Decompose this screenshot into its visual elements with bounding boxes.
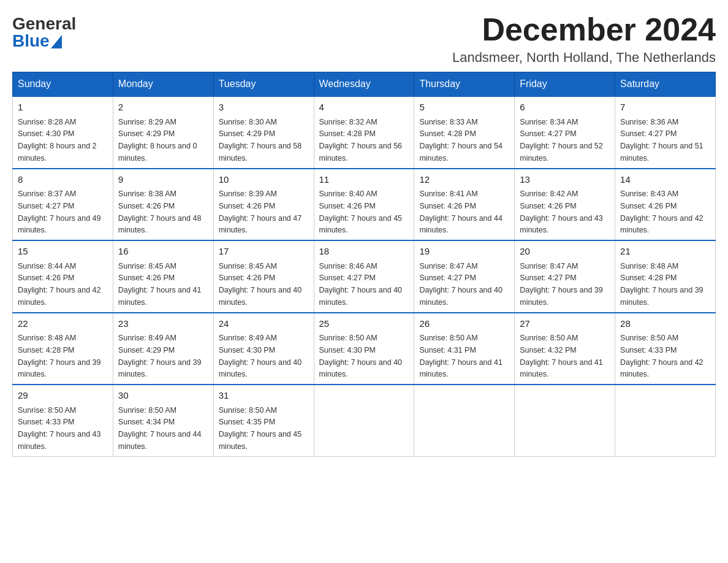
week-row-1: 1 Sunrise: 8:28 AMSunset: 4:30 PMDayligh… bbox=[13, 96, 716, 169]
day-number: 8 bbox=[18, 173, 108, 187]
header-thursday: Thursday bbox=[414, 72, 515, 97]
day-info: Sunrise: 8:45 AMSunset: 4:26 PMDaylight:… bbox=[118, 262, 202, 307]
day-number: 2 bbox=[118, 101, 208, 115]
day-number: 10 bbox=[219, 173, 309, 187]
day-info: Sunrise: 8:29 AMSunset: 4:29 PMDaylight:… bbox=[118, 118, 197, 163]
table-row: 5 Sunrise: 8:33 AMSunset: 4:28 PMDayligh… bbox=[414, 96, 515, 169]
day-info: Sunrise: 8:45 AMSunset: 4:26 PMDaylight:… bbox=[219, 262, 302, 307]
day-info: Sunrise: 8:40 AMSunset: 4:26 PMDaylight:… bbox=[319, 190, 403, 234]
day-number: 29 bbox=[18, 389, 108, 403]
table-row: 13 Sunrise: 8:42 AMSunset: 4:26 PMDaylig… bbox=[515, 169, 615, 241]
day-number: 12 bbox=[419, 173, 509, 187]
table-row bbox=[414, 385, 515, 456]
table-row: 19 Sunrise: 8:47 AMSunset: 4:27 PMDaylig… bbox=[414, 240, 515, 313]
page-header: General Blue December 2024 Landsmeer, No… bbox=[12, 12, 716, 66]
title-area: December 2024 Landsmeer, North Holland, … bbox=[452, 12, 716, 66]
day-number: 28 bbox=[620, 317, 710, 331]
day-info: Sunrise: 8:49 AMSunset: 4:30 PMDaylight:… bbox=[219, 334, 302, 378]
day-info: Sunrise: 8:28 AMSunset: 4:30 PMDaylight:… bbox=[18, 118, 97, 163]
day-number: 5 bbox=[419, 101, 509, 115]
day-number: 7 bbox=[620, 101, 710, 115]
table-row: 9 Sunrise: 8:38 AMSunset: 4:26 PMDayligh… bbox=[113, 169, 213, 241]
day-info: Sunrise: 8:48 AMSunset: 4:28 PMDaylight:… bbox=[18, 334, 101, 378]
day-number: 18 bbox=[319, 245, 409, 259]
table-row bbox=[615, 385, 716, 456]
table-row bbox=[314, 385, 414, 456]
month-title: December 2024 bbox=[452, 12, 716, 47]
day-number: 31 bbox=[219, 389, 309, 403]
table-row: 8 Sunrise: 8:37 AMSunset: 4:27 PMDayligh… bbox=[13, 169, 113, 241]
day-number: 3 bbox=[219, 101, 309, 115]
header-tuesday: Tuesday bbox=[213, 72, 314, 97]
header-friday: Friday bbox=[515, 72, 615, 97]
day-info: Sunrise: 8:34 AMSunset: 4:27 PMDaylight:… bbox=[520, 118, 603, 163]
day-number: 4 bbox=[319, 101, 409, 115]
table-row: 26 Sunrise: 8:50 AMSunset: 4:31 PMDaylig… bbox=[414, 313, 515, 385]
day-number: 23 bbox=[118, 317, 208, 331]
day-info: Sunrise: 8:47 AMSunset: 4:27 PMDaylight:… bbox=[520, 262, 603, 307]
table-row: 14 Sunrise: 8:43 AMSunset: 4:26 PMDaylig… bbox=[615, 169, 716, 241]
logo: General Blue bbox=[12, 12, 76, 50]
table-row: 16 Sunrise: 8:45 AMSunset: 4:26 PMDaylig… bbox=[113, 240, 213, 313]
table-row: 2 Sunrise: 8:29 AMSunset: 4:29 PMDayligh… bbox=[113, 96, 213, 169]
day-info: Sunrise: 8:50 AMSunset: 4:31 PMDaylight:… bbox=[419, 334, 502, 378]
day-info: Sunrise: 8:50 AMSunset: 4:33 PMDaylight:… bbox=[18, 406, 101, 451]
week-row-3: 15 Sunrise: 8:44 AMSunset: 4:26 PMDaylig… bbox=[13, 240, 716, 313]
day-number: 6 bbox=[520, 101, 610, 115]
weekday-header-row: Sunday Monday Tuesday Wednesday Thursday… bbox=[13, 72, 716, 97]
day-number: 1 bbox=[18, 101, 108, 115]
logo-blue-text: Blue bbox=[12, 33, 76, 50]
table-row bbox=[515, 385, 615, 456]
table-row: 4 Sunrise: 8:32 AMSunset: 4:28 PMDayligh… bbox=[314, 96, 414, 169]
day-number: 22 bbox=[18, 317, 108, 331]
day-info: Sunrise: 8:38 AMSunset: 4:26 PMDaylight:… bbox=[118, 190, 202, 234]
table-row: 15 Sunrise: 8:44 AMSunset: 4:26 PMDaylig… bbox=[13, 240, 113, 313]
table-row: 31 Sunrise: 8:50 AMSunset: 4:35 PMDaylig… bbox=[213, 385, 314, 456]
day-number: 26 bbox=[419, 317, 509, 331]
table-row: 27 Sunrise: 8:50 AMSunset: 4:32 PMDaylig… bbox=[515, 313, 615, 385]
day-info: Sunrise: 8:50 AMSunset: 4:30 PMDaylight:… bbox=[319, 334, 403, 378]
table-row: 21 Sunrise: 8:48 AMSunset: 4:28 PMDaylig… bbox=[615, 240, 716, 313]
day-number: 14 bbox=[620, 173, 710, 187]
day-info: Sunrise: 8:41 AMSunset: 4:26 PMDaylight:… bbox=[419, 190, 502, 234]
day-number: 17 bbox=[219, 245, 309, 259]
day-number: 9 bbox=[118, 173, 208, 187]
day-number: 27 bbox=[520, 317, 610, 331]
table-row: 3 Sunrise: 8:30 AMSunset: 4:29 PMDayligh… bbox=[213, 96, 314, 169]
day-number: 25 bbox=[319, 317, 409, 331]
day-number: 11 bbox=[319, 173, 409, 187]
logo-arrow-icon bbox=[51, 35, 62, 48]
day-info: Sunrise: 8:37 AMSunset: 4:27 PMDaylight:… bbox=[18, 190, 101, 234]
table-row: 25 Sunrise: 8:50 AMSunset: 4:30 PMDaylig… bbox=[314, 313, 414, 385]
table-row: 12 Sunrise: 8:41 AMSunset: 4:26 PMDaylig… bbox=[414, 169, 515, 241]
day-number: 24 bbox=[219, 317, 309, 331]
day-info: Sunrise: 8:36 AMSunset: 4:27 PMDaylight:… bbox=[620, 118, 703, 163]
day-info: Sunrise: 8:50 AMSunset: 4:35 PMDaylight:… bbox=[219, 406, 302, 451]
location-subtitle: Landsmeer, North Holland, The Netherland… bbox=[452, 50, 716, 66]
table-row: 18 Sunrise: 8:46 AMSunset: 4:27 PMDaylig… bbox=[314, 240, 414, 313]
week-row-2: 8 Sunrise: 8:37 AMSunset: 4:27 PMDayligh… bbox=[13, 169, 716, 241]
day-info: Sunrise: 8:48 AMSunset: 4:28 PMDaylight:… bbox=[620, 262, 703, 307]
day-number: 16 bbox=[118, 245, 208, 259]
day-info: Sunrise: 8:30 AMSunset: 4:29 PMDaylight:… bbox=[219, 118, 302, 163]
table-row: 1 Sunrise: 8:28 AMSunset: 4:30 PMDayligh… bbox=[13, 96, 113, 169]
table-row: 7 Sunrise: 8:36 AMSunset: 4:27 PMDayligh… bbox=[615, 96, 716, 169]
day-info: Sunrise: 8:50 AMSunset: 4:32 PMDaylight:… bbox=[520, 334, 603, 378]
day-info: Sunrise: 8:32 AMSunset: 4:28 PMDaylight:… bbox=[319, 118, 403, 163]
table-row: 23 Sunrise: 8:49 AMSunset: 4:29 PMDaylig… bbox=[113, 313, 213, 385]
day-info: Sunrise: 8:33 AMSunset: 4:28 PMDaylight:… bbox=[419, 118, 502, 163]
day-number: 20 bbox=[520, 245, 610, 259]
day-info: Sunrise: 8:42 AMSunset: 4:26 PMDaylight:… bbox=[520, 190, 603, 234]
day-info: Sunrise: 8:39 AMSunset: 4:26 PMDaylight:… bbox=[219, 190, 302, 234]
table-row: 10 Sunrise: 8:39 AMSunset: 4:26 PMDaylig… bbox=[213, 169, 314, 241]
table-row: 22 Sunrise: 8:48 AMSunset: 4:28 PMDaylig… bbox=[13, 313, 113, 385]
table-row: 28 Sunrise: 8:50 AMSunset: 4:33 PMDaylig… bbox=[615, 313, 716, 385]
day-info: Sunrise: 8:43 AMSunset: 4:26 PMDaylight:… bbox=[620, 190, 703, 234]
header-monday: Monday bbox=[113, 72, 213, 97]
day-info: Sunrise: 8:47 AMSunset: 4:27 PMDaylight:… bbox=[419, 262, 502, 307]
week-row-4: 22 Sunrise: 8:48 AMSunset: 4:28 PMDaylig… bbox=[13, 313, 716, 385]
day-info: Sunrise: 8:49 AMSunset: 4:29 PMDaylight:… bbox=[118, 334, 202, 378]
day-number: 19 bbox=[419, 245, 509, 259]
day-info: Sunrise: 8:50 AMSunset: 4:34 PMDaylight:… bbox=[118, 406, 202, 451]
header-wednesday: Wednesday bbox=[314, 72, 414, 97]
